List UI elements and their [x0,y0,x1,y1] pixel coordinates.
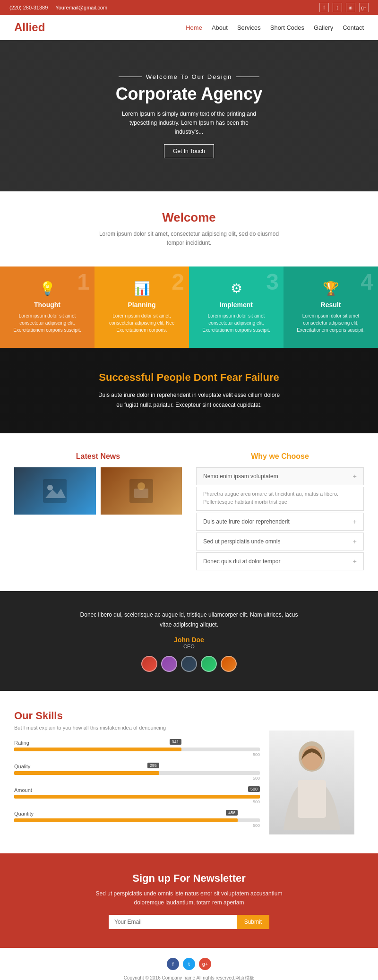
skill-bar-bg-quality: 295 [14,771,260,775]
skill-bar-rating: 341 [14,748,181,751]
header: Allied Home About Services Short Codes G… [0,15,378,40]
footer: f t g+ Copyright © 2016 Company name All… [0,948,378,980]
nav-contact[interactable]: Contact [343,24,364,31]
lightbulb-icon: 💡 [9,281,85,296]
testimonial-name: John Doe [14,636,364,644]
skill-amount: Amount 500 500 [14,787,260,804]
accordion-toggle-2[interactable]: + [353,518,357,525]
news-images [14,467,182,515]
avatar-5[interactable] [221,656,237,672]
skill-quality: Quality 295 500 [14,764,260,781]
footer-socials: f t g+ [9,958,369,970]
choose-title: Why we Choose [196,452,364,461]
feature-thought: 1 💡 Thought Lorem ipsum dolor sit amet c… [0,266,94,348]
avatar-1[interactable] [141,656,157,672]
feature-title-4: Result [293,301,369,309]
feature-desc-1: Lorem ipsum dolor sit amet consectetur a… [9,312,85,334]
hero-title: Corporate Agency [116,84,263,104]
facebook-icon[interactable]: f [319,3,329,12]
skill-bar-bg-rating: 341 [14,748,260,751]
avatar-4[interactable] [201,656,217,672]
chart-icon: 📊 [104,281,180,296]
footer-googleplus-icon[interactable]: g+ [199,958,211,970]
feature-desc-3: Lorem ipsum dolor sit amet consectetur a… [198,312,274,334]
nav-services[interactable]: Services [237,24,261,31]
skill-bar-bg-quantity: 456 [14,818,260,822]
skill-max-quality: 500 [14,776,260,781]
site-logo: Allied [14,21,45,34]
avatar-3[interactable] [181,656,197,672]
newsletter-section: Sign up For Newsletter Sed ut perspiciat… [0,853,378,948]
skill-bar-bg-amount: 500 [14,795,260,799]
nav-gallery[interactable]: Gallery [314,24,333,31]
newsletter-submit-button[interactable]: Submit [237,915,269,929]
feature-title-2: Planning [104,301,180,309]
newsletter-form: Submit [109,915,269,929]
accordion-item-4[interactable]: Donec quis dui at dolor tempor + [196,552,364,570]
top-bar: (220) 280-31389 Youremail@gmail.com f t … [0,0,378,15]
nav-about[interactable]: About [212,24,228,31]
welcome-desc: Lorem ipsum dolor sit amet, consectetur … [94,230,284,248]
feature-result: 4 🏆 Result Lorem ipsum dolor sit amet co… [284,266,378,348]
choose-section: Why we Choose Nemo enim ipsam voluptatem… [196,452,364,572]
nav-home[interactable]: Home [186,24,202,31]
linkedin-icon[interactable]: in [346,3,355,12]
feature-num-2: 2 [172,269,184,295]
skill-rating: Rating 341 500 [14,740,260,757]
accordion-desc-1: Pharetra augue arcu ornare sit tincidunt… [196,487,364,511]
accordion-item-2[interactable]: Duis aute irure dolor reprehenderit + [196,513,364,531]
news-image-2[interactable] [101,467,182,515]
phone-number: (220) 280-31389 [9,5,48,10]
footer-facebook-icon[interactable]: f [167,958,179,970]
news-image-1[interactable] [14,467,96,515]
welcome-title: Welcome [14,210,364,225]
accordion-item-1[interactable]: Nemo enim ipsam voluptatem + [196,467,364,485]
testimonial-quote: Donec libero dui, scelerisque ac augue i… [76,610,302,629]
skill-max-amount: 500 [14,799,260,804]
skill-label-amount: Amount [14,787,260,793]
skill-bar-amount: 500 [14,795,260,799]
skill-val-rating: 341 [170,739,181,745]
accordion-label-2: Duis aute irure dolor reprehenderit [203,518,290,525]
feature-num-1: 1 [77,269,90,295]
skill-val-quantity: 456 [226,810,238,816]
feature-title-3: Implement [198,301,274,309]
accordion-item-3[interactable]: Sed ut perspiciatis unde omnis + [196,533,364,550]
svg-point-1 [47,485,53,490]
nav-shortcodes[interactable]: Short Codes [270,24,304,31]
accordion-label-1: Nemo enim ipsam voluptatem [203,473,278,480]
accordion-toggle-1[interactable]: + [353,473,357,480]
skill-label-rating: Rating [14,740,260,746]
hero-section: Welcome To Our Design Corporate Agency L… [0,40,378,191]
news-img2-icon [129,479,153,503]
accordion-label-4: Donec quis dui at dolor tempor [203,558,280,565]
top-bar-socials: f t in g+ [319,3,369,12]
hero-content: Welcome To Our Design Corporate Agency L… [116,73,263,159]
skills-left: Our Skills But I must explain to you how… [14,710,260,834]
feature-planning: 2 📊 Planning Lorem ipsum dolor sit amet,… [94,266,189,348]
skills-person-image [269,731,354,834]
main-nav: Home About Services Short Codes Gallery … [186,24,364,31]
get-in-touch-button[interactable]: Get In Touch [164,144,214,158]
newsletter-email-input[interactable] [109,915,237,929]
accordion-toggle-4[interactable]: + [353,558,357,565]
skills-right [269,710,364,834]
footer-copyright: Copyright © 2016 Company name All rights… [9,975,369,980]
svg-point-5 [137,482,145,490]
avatar-2[interactable] [161,656,177,672]
quote-desc: Duis aute irure dolor in reprehenderit i… [94,390,284,410]
feature-implement: 3 ⚙ Implement Lorem ipsum dolor sit amet… [189,266,284,348]
twitter-icon[interactable]: t [333,3,342,12]
welcome-section: Welcome Lorem ipsum dolor sit amet, cons… [0,191,378,266]
accordion-toggle-3[interactable]: + [353,538,357,545]
gear-icon: ⚙ [198,281,274,296]
newsletter-desc: Sed ut perspiciatis unde omnis iste natu… [94,889,284,907]
skill-val-quality: 295 [147,763,159,768]
svg-rect-0 [43,479,67,503]
footer-twitter-icon[interactable]: t [183,958,195,970]
testimonial-section: Donec libero dui, scelerisque ac augue i… [0,591,378,691]
avatar-row [14,656,364,672]
testimonial-role: CEO [14,644,364,649]
googleplus-icon[interactable]: g+ [359,3,369,12]
news-section: Latest News [14,452,182,572]
